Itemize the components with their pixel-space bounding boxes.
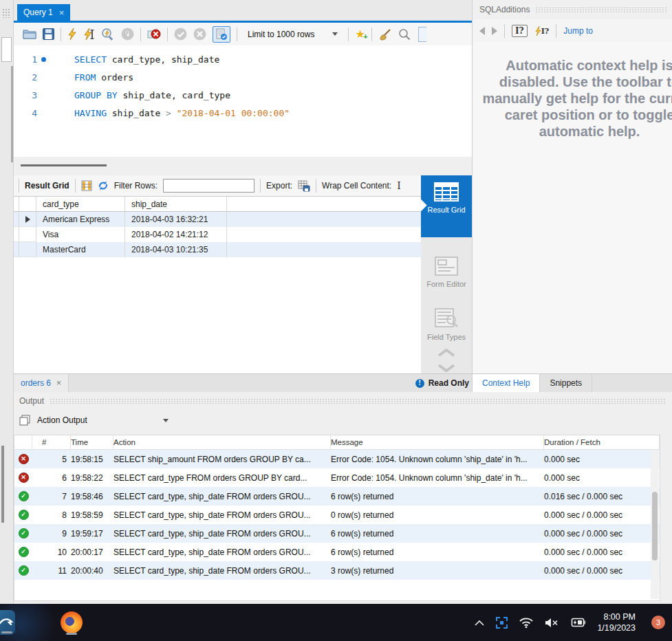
tray-overflow-chevron-icon[interactable] (475, 620, 484, 626)
output-title: Output (19, 396, 44, 406)
column-header-action: Action (113, 435, 331, 449)
query-editor-area: Query 1 × (14, 0, 472, 392)
jump-to-dropdown[interactable]: Jump to (563, 26, 593, 36)
screen-capture-icon[interactable] (496, 617, 508, 629)
toolbar-separator (237, 28, 237, 41)
taskbar-firefox[interactable] (23, 611, 83, 633)
toggle-autocommit-icon[interactable] (213, 26, 230, 43)
editor-horizontal-scrollbar[interactable] (14, 157, 472, 175)
invisible-chars-icon[interactable] (418, 27, 426, 42)
stop-query-icon[interactable] (121, 28, 134, 41)
status-icon (19, 472, 29, 483)
grid-options-icon[interactable] (81, 180, 92, 191)
refresh-icon[interactable] (98, 180, 109, 191)
wrap-cell-content-toggle-icon[interactable]: I (397, 180, 401, 191)
rollback-icon[interactable] (193, 28, 206, 41)
open-script-icon[interactable] (23, 29, 36, 39)
forward-icon[interactable] (492, 27, 497, 35)
sql-line: 4 HAVING ship_date > "2018-04-01 00:00:0… (14, 104, 472, 122)
cell-card-type[interactable]: American Express (36, 212, 125, 227)
save-script-icon[interactable] (43, 28, 54, 40)
chevron-down-icon[interactable] (437, 364, 455, 372)
column-header-card-type[interactable]: card_type (36, 197, 125, 211)
collapsed-sidebar-strip (0, 0, 14, 604)
wifi-icon[interactable] (519, 618, 533, 628)
output-log-row[interactable]: 6 19:58:22 SELECT card_type FROM orders … (14, 468, 660, 487)
context-help-body: Automatic context help is disabled. Use … (473, 42, 672, 373)
field-types-view-button[interactable]: Field Types (421, 301, 472, 342)
tab-query-1[interactable]: Query 1 × (17, 4, 70, 21)
toggle-stop-on-error-icon[interactable] (147, 28, 161, 41)
sql-code-editor[interactable]: 1 SELECT card_type, ship_date 2 FROM ord… (14, 45, 472, 157)
result-row[interactable]: Visa 2018-04-02 14:21:12 (14, 227, 421, 242)
open-app-indicator (1, 631, 12, 633)
editor-vertical-scrollbar[interactable] (11, 66, 13, 162)
cell-card-type[interactable]: Visa (36, 227, 125, 242)
sql-editor-toolbar: Limit to 1000 rows ★+ (14, 23, 472, 45)
scrollbar-thumb[interactable] (21, 164, 107, 166)
output-vertical-scrollbar[interactable] (651, 450, 659, 599)
export-recordset-icon[interactable] (298, 180, 310, 192)
commit-icon[interactable] (174, 28, 187, 41)
output-log-row[interactable]: 7 19:58:46 SELECT card_type, ship_date F… (14, 487, 660, 506)
save-snippet-icon[interactable]: ★+ (355, 29, 365, 40)
result-grid-view-button[interactable]: Result Grid (421, 175, 472, 237)
explain-plan-icon[interactable] (101, 28, 115, 41)
beautify-script-icon[interactable] (378, 28, 392, 41)
execute-current-statement-icon[interactable] (83, 28, 95, 41)
output-panel: Output Action Output # Time Action Messa… (14, 392, 672, 604)
tab-snippets[interactable]: Snippets (540, 374, 592, 392)
form-editor-view-button[interactable]: Form Editor (421, 250, 472, 289)
volume-muted-icon[interactable] (545, 618, 558, 628)
tab-close-icon[interactable]: × (56, 378, 61, 388)
output-log-row[interactable]: 11 20:00:40 SELECT card_type, ship_date … (14, 561, 660, 580)
result-grid-toolbar: Result Grid Filter Rows: Export: (14, 175, 421, 196)
result-row[interactable]: MasterCard 2018-04-03 10:21:35 (14, 242, 421, 257)
context-help-message: Automatic context help is disabled. Use … (476, 57, 672, 140)
output-log-row[interactable]: 8 19:58:59 SELECT card_type, ship_date F… (14, 506, 660, 524)
scrollbar-thumb[interactable] (652, 492, 658, 561)
cell-card-type[interactable]: MasterCard (36, 242, 125, 257)
line-number: 4 (14, 108, 37, 118)
column-header-duration: Duration / Fetch (544, 435, 660, 449)
column-header-ship-date[interactable]: ship_date (125, 197, 227, 211)
chevron-up-icon[interactable] (437, 349, 455, 357)
output-vertical-scrollbar-left[interactable] (1, 446, 4, 523)
output-log-row[interactable]: 5 19:58:15 SELECT ship_amount FROM order… (14, 450, 660, 468)
panel-title: SQLAdditions (479, 5, 530, 14)
automatic-context-help-icon[interactable]: I? (534, 26, 550, 36)
toolbar-separator (167, 28, 168, 41)
tab-close-icon[interactable]: × (59, 8, 65, 18)
toolbar-separator (316, 179, 316, 193)
output-view-selector[interactable]: Action Output (14, 410, 672, 431)
filter-rows-label: Filter Rows: (114, 181, 158, 191)
editor-tabbar: Query 1 × (14, 0, 472, 21)
execute-statement-icon[interactable] (67, 28, 77, 41)
toolbar-separator (140, 28, 141, 41)
limit-rows-dropdown[interactable]: Limit to 1000 rows (243, 28, 342, 41)
battery-icon[interactable] (570, 618, 585, 627)
result-row[interactable]: American Express 2018-04-03 16:32:21 (14, 212, 421, 227)
taskbar-mysql-workbench[interactable] (0, 604, 23, 641)
sql-line: 2 FROM orders (14, 68, 472, 86)
back-icon[interactable] (479, 27, 485, 35)
cell-ship-date[interactable]: 2018-04-03 16:32:21 (125, 212, 227, 227)
cell-ship-date[interactable]: 2018-04-03 10:21:35 (125, 242, 227, 257)
row-pointer-icon (25, 216, 30, 223)
row-gutter (14, 197, 19, 211)
tab-orders-6[interactable]: orders 6 × (14, 374, 69, 392)
taskbar-clock[interactable]: 8:00 PM 1/19/2023 (597, 611, 636, 633)
find-icon[interactable] (398, 28, 411, 41)
chevron-down-icon (332, 32, 338, 36)
output-log-row[interactable]: 10 20:00:17 SELECT card_type, ship_date … (14, 543, 660, 561)
panel-grip-texture (50, 398, 666, 404)
column-header-message: Message (331, 435, 544, 449)
context-help-icon[interactable]: I? (512, 25, 528, 37)
output-log-row[interactable]: 9 19:59:17 SELECT card_type, ship_date F… (14, 524, 660, 543)
cell-ship-date[interactable]: 2018-04-02 14:21:12 (125, 227, 227, 242)
filter-rows-input[interactable] (163, 179, 254, 193)
notification-badge[interactable]: 3 (651, 616, 665, 629)
tab-context-help[interactable]: Context Help (473, 374, 540, 392)
row-marker-header (19, 197, 36, 211)
toolbar-separator (504, 24, 505, 38)
